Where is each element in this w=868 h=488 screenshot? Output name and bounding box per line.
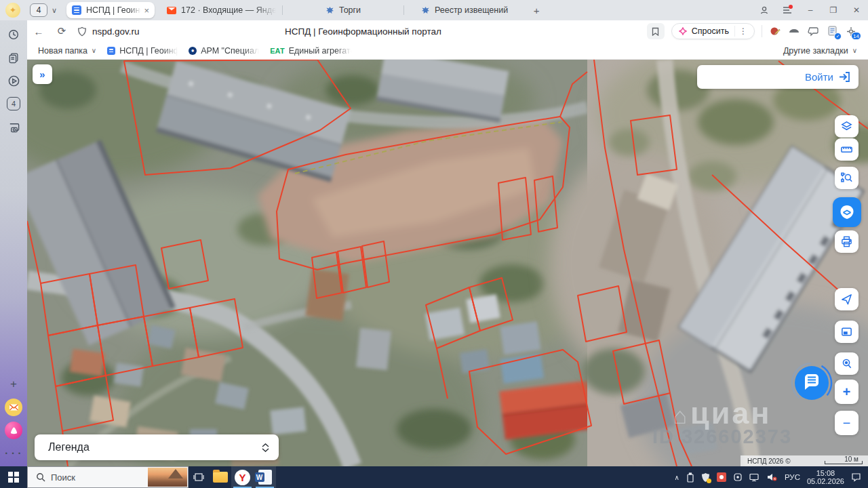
bookmark-nspd[interactable]: НСПД | Геоинфор xyxy=(107,46,178,56)
zoom-in-button[interactable]: + xyxy=(835,380,859,404)
extension-incognito-icon[interactable] xyxy=(788,25,800,37)
object-search-button[interactable] xyxy=(835,352,859,375)
minimize-button[interactable]: – xyxy=(799,0,822,20)
divider xyxy=(762,25,762,37)
close-tab-icon[interactable]: × xyxy=(141,5,149,16)
restore-button[interactable]: ❐ xyxy=(822,0,845,20)
network-display-icon[interactable] xyxy=(749,473,760,482)
menu-notification-dot xyxy=(789,5,793,9)
browser-menu-button[interactable] xyxy=(776,0,799,20)
area-search-tool-button[interactable] xyxy=(835,167,859,189)
emblem-favicon xyxy=(326,6,334,15)
security-shield-icon[interactable] xyxy=(701,472,710,483)
close-window-button[interactable]: ✕ xyxy=(845,0,868,20)
print-tool-button[interactable] xyxy=(835,230,859,253)
ask-label: Спросить xyxy=(692,26,729,36)
legend-title: Легенда xyxy=(48,441,90,453)
bookmark-eat[interactable]: ЕАТ Единый агрегатор xyxy=(270,46,351,56)
language-indicator[interactable]: РУС xyxy=(785,473,800,481)
layers-tool-button[interactable] xyxy=(835,115,859,138)
ask-menu-icon[interactable]: ⋮ xyxy=(734,26,751,37)
tab-list-chevron-icon[interactable]: ∨ xyxy=(52,6,57,15)
ai-sparkle-icon xyxy=(678,26,688,36)
windows-taskbar: Поиск Y W ∧ РУС 15:08 05.02.2026 xyxy=(0,466,868,488)
legend-collapse-icon[interactable] xyxy=(262,443,269,452)
expand-panel-button[interactable]: » xyxy=(33,64,52,84)
tracker-icon[interactable] xyxy=(733,472,743,482)
alice-assistant-icon[interactable] xyxy=(0,419,27,442)
tab-nspd[interactable]: НСПД | Геоинформац × xyxy=(66,2,155,18)
history-icon[interactable] xyxy=(0,23,27,46)
tab-title: НСПД | Геоинформац xyxy=(86,5,141,15)
measure-tool-button[interactable] xyxy=(835,138,859,161)
other-bookmarks-button[interactable]: Другие закладки ∨ xyxy=(783,46,857,56)
tab-torgi[interactable]: Торги xyxy=(283,2,403,18)
ask-ai-button[interactable]: Спросить ⋮ xyxy=(671,23,755,39)
word-taskbar-icon[interactable]: W xyxy=(254,466,276,488)
extension-chat-icon[interactable] xyxy=(807,25,819,37)
add-panel-icon[interactable]: + xyxy=(0,373,27,396)
extension-tasks-icon[interactable]: 14 xyxy=(845,25,857,37)
back-button[interactable]: ← xyxy=(27,26,50,37)
tab-panel-counter[interactable]: 4 xyxy=(0,92,27,115)
battery-icon[interactable] xyxy=(686,472,694,483)
address-bar: ← ⟳ nspd.gov.ru НСПД | Геоинформационный… xyxy=(27,20,868,42)
windows-logo-icon xyxy=(8,472,19,483)
tab-counter-button[interactable]: 4 xyxy=(30,3,47,17)
volume-muted-icon[interactable] xyxy=(767,472,778,482)
screenshot-icon[interactable] xyxy=(0,115,27,138)
attribution-text: НСПД 2026 © xyxy=(747,458,791,465)
file-explorer-taskbar-icon[interactable] xyxy=(209,466,231,488)
recording-icon[interactable] xyxy=(717,472,726,482)
collections-icon[interactable] xyxy=(0,46,27,69)
search-highlight-image[interactable] xyxy=(148,468,187,487)
bookmark-label: Единый агрегатор xyxy=(289,46,351,56)
clock-date: 05.02.2026 xyxy=(807,477,844,485)
login-arrow-icon xyxy=(839,72,850,82)
taskbar-clock[interactable]: 15:08 05.02.2026 xyxy=(807,469,844,485)
basemap-switch-button[interactable] xyxy=(835,321,859,343)
task-view-button[interactable] xyxy=(189,466,209,488)
login-label: Войти xyxy=(805,71,833,83)
video-play-icon[interactable] xyxy=(0,69,27,92)
satellite-map-canvas[interactable] xyxy=(27,60,868,466)
bookmarks-bar: Новая папка ∨ НСПД | Геоинфор ● АРМ "Спе… xyxy=(27,42,868,60)
search-icon xyxy=(36,472,45,482)
site-security-icon xyxy=(77,26,87,37)
browser-tab-bar: ✦ 4 ∨ НСПД | Геоинформац × 172 · Входящи… xyxy=(0,0,868,20)
clock-time: 15:08 xyxy=(807,469,844,477)
map-attribution: НСПД 2026 © 10 м xyxy=(741,455,868,466)
bookmark-folder-new[interactable]: Новая папка ∨ xyxy=(38,46,96,56)
active-info-tool-button[interactable] xyxy=(833,197,861,227)
taskbar-search-input[interactable]: Поиск xyxy=(27,466,189,488)
bookmark-label: АРМ "Специалист xyxy=(201,46,259,56)
extension-docs-icon[interactable]: ✓ xyxy=(826,25,838,37)
emblem-favicon xyxy=(421,6,430,15)
action-center-icon[interactable] xyxy=(851,472,861,482)
login-bar[interactable]: Войти xyxy=(697,65,859,89)
tab-mail[interactable]: 172 · Входящие — Яндекс xyxy=(161,2,282,18)
chat-support-button[interactable] xyxy=(790,361,833,405)
locate-me-button[interactable] xyxy=(835,288,859,310)
page-title: НСПД | Геоинформационный портал xyxy=(285,26,441,37)
bookmark-arm[interactable]: ● АРМ "Специалист xyxy=(189,46,259,56)
profile-icon[interactable] xyxy=(753,0,776,20)
reload-button[interactable]: ⟳ xyxy=(50,25,73,37)
yandex-search-icon[interactable]: ✦ xyxy=(5,3,20,18)
imagery-left-tile xyxy=(27,60,610,466)
new-tab-button[interactable]: + xyxy=(529,3,544,18)
yandex-browser-taskbar-icon[interactable]: Y xyxy=(231,466,254,488)
bookmark-button[interactable] xyxy=(647,23,665,39)
nspd-favicon xyxy=(72,5,81,15)
legend-panel[interactable]: Легенда xyxy=(35,434,279,460)
yandex-mail-icon[interactable] xyxy=(0,396,27,419)
tray-expand-icon[interactable]: ∧ xyxy=(675,474,679,481)
zoom-out-button[interactable]: − xyxy=(835,411,859,435)
arm-favicon: ● xyxy=(189,47,197,55)
extension-notes-icon[interactable] xyxy=(769,25,781,37)
tab-reestr[interactable]: Реестр извещений xyxy=(404,2,525,18)
rail-more-icon[interactable]: • • • xyxy=(0,442,27,465)
start-button[interactable] xyxy=(0,466,27,488)
extension-count-badge: 14 xyxy=(851,32,861,40)
url-field[interactable]: nspd.gov.ru xyxy=(77,26,140,37)
